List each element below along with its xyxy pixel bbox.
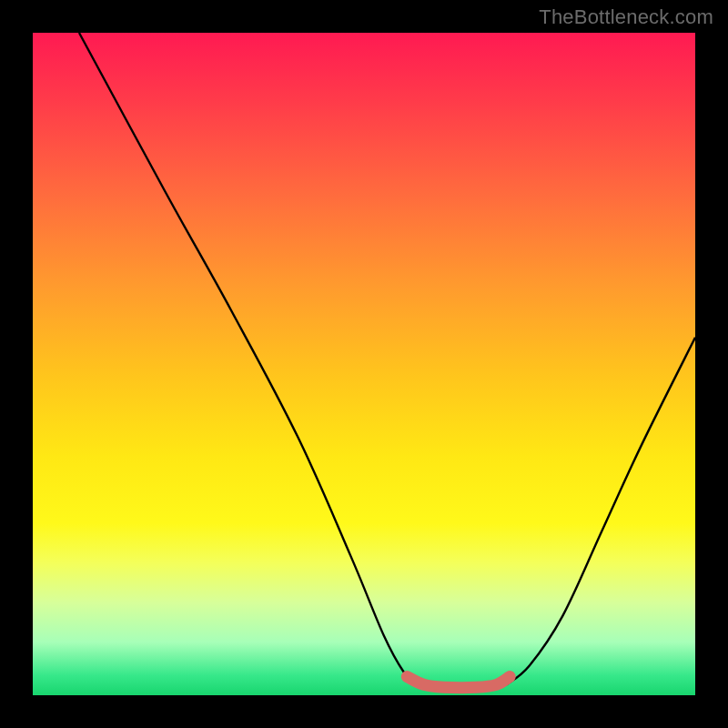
curve-layer (33, 33, 695, 695)
chart-frame: TheBottleneck.com (0, 0, 728, 728)
bottleneck-curve-right (507, 338, 695, 684)
watermark-text: TheBottleneck.com (539, 5, 713, 29)
plot-area (33, 33, 695, 695)
bottleneck-curve-left (79, 33, 417, 684)
valley-highlight-band (407, 677, 510, 688)
